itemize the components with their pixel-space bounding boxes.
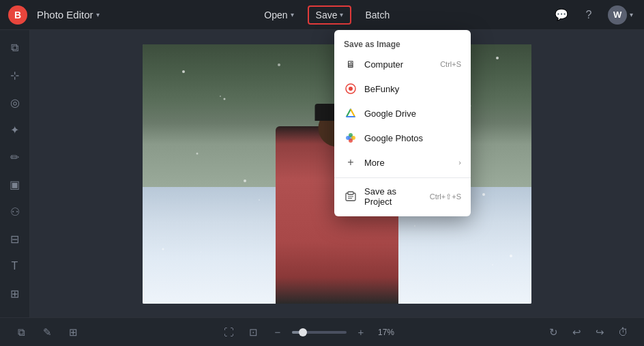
zoom-out-icon: −	[275, 326, 281, 338]
effects-icon: ✦	[10, 124, 19, 136]
svg-point-24	[346, 136, 350, 140]
project-icon	[344, 190, 357, 203]
save-chevron: ▾	[340, 11, 343, 18]
dropdown-divider	[334, 177, 471, 178]
save-befunky-label: BeFunky	[364, 84, 461, 94]
monitor-icon: 🖥	[344, 57, 357, 71]
zoom-out-button[interactable]: −	[267, 322, 288, 343]
batch-button[interactable]: Batch	[357, 5, 398, 25]
fullscreen-button[interactable]: ⛶	[218, 322, 239, 343]
redo-button[interactable]: ↪	[589, 322, 610, 343]
sidebar-item-frames[interactable]: ▣	[3, 172, 27, 197]
templates-icon: ⊞	[10, 287, 19, 300]
history-button[interactable]: ⏱	[613, 322, 633, 343]
people-icon: ⚇	[10, 205, 20, 218]
save-dropdown-header: Save as Image	[334, 34, 471, 52]
user-avatar-button[interactable]: W ▾	[605, 4, 636, 26]
save-google-drive-label: Google Drive	[364, 109, 461, 119]
edit-tool-icon: ✎	[43, 326, 52, 338]
chat-icon: 💬	[555, 8, 568, 21]
save-more-item[interactable]: + More ›	[334, 150, 471, 175]
save-dropdown: Save as Image 🖥 Computer Ctrl+S BeFunky …	[334, 30, 471, 216]
open-button[interactable]: Open ▾	[256, 5, 302, 25]
save-computer-item[interactable]: 🖥 Computer Ctrl+S	[334, 52, 471, 76]
layers-icon: ⧉	[11, 42, 18, 54]
save-google-photos-item[interactable]: Google Photos	[334, 126, 471, 150]
zoom-slider-thumb	[299, 328, 307, 336]
left-sidebar: ⧉ ⊹ ◎ ✦ ✏ ▣ ⚇ ⊟ T ⊞	[0, 30, 30, 317]
fit-screen-button[interactable]: ⊡	[243, 322, 263, 343]
sidebar-item-filters[interactable]: ◎	[3, 90, 27, 115]
sidebar-item-adjustments[interactable]: ⊹	[3, 63, 27, 87]
save-label: Save	[316, 10, 338, 20]
open-label: Open	[264, 10, 287, 20]
save-button[interactable]: Save ▾	[308, 5, 352, 25]
fullscreen-icon: ⛶	[224, 326, 234, 338]
history-icon: ⏱	[618, 326, 628, 338]
user-chevron: ▾	[630, 11, 633, 18]
right-toolbar-icons: ↻ ↩ ↪ ⏱	[543, 322, 633, 343]
app-title: Photo Editor	[37, 9, 93, 20]
zoom-slider[interactable]	[292, 331, 347, 334]
sidebar-item-effects[interactable]: ✦	[3, 117, 27, 142]
main-layout: ⧉ ⊹ ◎ ✦ ✏ ▣ ⚇ ⊟ T ⊞	[0, 30, 644, 317]
save-computer-label: Computer	[364, 59, 433, 70]
befunky-icon	[344, 82, 357, 96]
header: B Photo Editor ▾ Open ▾ Save ▾ Batch 💬 ?…	[0, 0, 644, 30]
sidebar-item-people[interactable]: ⚇	[3, 199, 27, 224]
refresh-button[interactable]: ↻	[543, 322, 564, 343]
svg-rect-26	[348, 192, 353, 194]
grid-tool-button[interactable]: ⊞	[63, 322, 83, 343]
frames-icon: ▣	[10, 178, 20, 191]
app-logo: B	[8, 5, 27, 25]
save-befunky-item[interactable]: BeFunky	[334, 76, 471, 101]
app-dropdown-chevron: ▾	[96, 11, 100, 18]
refresh-icon: ↻	[549, 326, 558, 338]
save-computer-shortcut: Ctrl+S	[440, 60, 461, 68]
save-project-label: Save as Project	[364, 186, 423, 207]
sidebar-item-layers[interactable]: ⧉	[3, 35, 27, 60]
filters-icon: ◎	[10, 96, 20, 109]
zoom-percentage: 17%	[375, 328, 397, 337]
google-drive-icon	[344, 106, 357, 120]
save-google-photos-label: Google Photos	[364, 133, 461, 143]
zoom-in-button[interactable]: +	[351, 322, 371, 343]
open-chevron: ▾	[291, 11, 294, 18]
zoom-controls: ⛶ ⊡ − + 17%	[218, 322, 397, 343]
svg-point-14	[349, 87, 353, 91]
svg-line-17	[347, 109, 351, 117]
chat-icon-button[interactable]: 💬	[551, 4, 572, 26]
help-icon-button[interactable]: ?	[578, 4, 600, 26]
edit-tool-button[interactable]: ✎	[37, 322, 57, 343]
stickers-icon: ⊟	[10, 233, 19, 246]
save-google-drive-item[interactable]: Google Drive	[334, 101, 471, 126]
avatar: W	[608, 5, 627, 25]
save-project-item[interactable]: Save as Project Ctrl+⇧+S	[334, 181, 471, 212]
svg-line-18	[351, 109, 355, 117]
sidebar-item-paint[interactable]: ✏	[3, 145, 27, 169]
grid-tool-icon: ⊞	[69, 326, 78, 338]
text-icon: T	[12, 260, 18, 272]
app-name-button[interactable]: Photo Editor ▾	[33, 6, 104, 23]
undo-button[interactable]: ↩	[566, 322, 587, 343]
undo-icon: ↩	[572, 326, 581, 338]
batch-label: Batch	[365, 10, 390, 20]
sidebar-item-stickers[interactable]: ⊟	[3, 227, 27, 251]
bottom-toolbar: ⧉ ✎ ⊞ ⛶ ⊡ − + 17% ↻ ↩ ↪	[0, 317, 644, 346]
paint-icon: ✏	[10, 151, 19, 164]
google-photos-icon	[344, 131, 357, 145]
zoom-in-icon: +	[358, 326, 364, 338]
fit-screen-icon: ⊡	[249, 326, 258, 338]
more-chevron-icon: ›	[458, 158, 461, 167]
sidebar-item-text[interactable]: T	[3, 254, 27, 278]
save-project-shortcut: Ctrl+⇧+S	[430, 192, 461, 201]
layers-tool-button[interactable]: ⧉	[11, 322, 31, 343]
adjustments-icon: ⊹	[10, 69, 19, 82]
sidebar-item-templates[interactable]: ⊞	[3, 281, 27, 306]
layers-tool-icon: ⧉	[18, 326, 25, 338]
redo-icon: ↪	[596, 326, 604, 338]
help-icon: ?	[586, 9, 592, 21]
more-icon: +	[344, 156, 357, 169]
save-more-label: More	[364, 158, 452, 168]
